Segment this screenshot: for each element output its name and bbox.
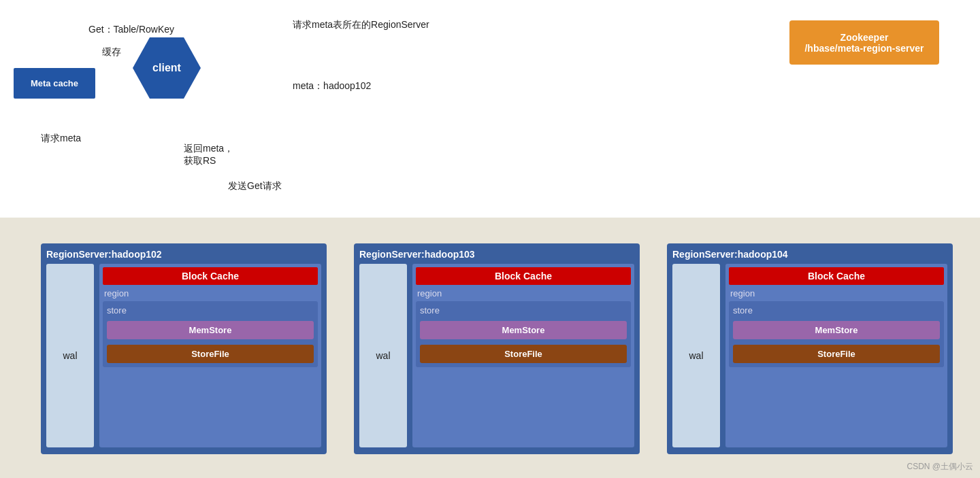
rs1-store-label: store — [107, 305, 314, 315]
rs2-block-cache: Block Cache — [416, 267, 631, 285]
rs1-inner: wal Block Cache region store MemStore St… — [46, 264, 321, 447]
diagram-container: Get：Table/RowKey 请求meta表所在的RegionServer … — [0, 0, 980, 478]
rs2-memstore: MemStore — [420, 321, 627, 339]
rs1-storefile: StoreFile — [107, 345, 314, 363]
meta-cache-box: Meta cache — [14, 68, 95, 99]
watermark: CSDN @土偶小云 — [906, 461, 973, 473]
rs1-title: RegionServer:hadoop102 — [46, 249, 321, 260]
top-area: Get：Table/RowKey 请求meta表所在的RegionServer … — [0, 0, 980, 224]
rs3-store-label: store — [733, 305, 940, 315]
request-meta-label: 请求meta表所在的RegionServer — [293, 19, 429, 31]
return-meta-label: 返回meta， — [184, 143, 233, 155]
rs2-region-label: region — [416, 288, 631, 298]
rs2-store-label: store — [420, 305, 627, 315]
rs3-wal: wal — [672, 264, 720, 447]
client-hex: client — [133, 37, 201, 99]
rs1-region-area: Block Cache region store MemStore StoreF… — [99, 264, 321, 447]
rs1-memstore: MemStore — [107, 321, 314, 339]
get-rs-label: 获取RS — [184, 155, 216, 167]
rs2-inner: wal Block Cache region store MemStore St… — [359, 264, 634, 447]
get-label: Get：Table/RowKey — [88, 24, 174, 36]
rs3-region-label: region — [729, 288, 944, 298]
request-meta2-label: 请求meta — [41, 133, 81, 145]
client-label: client — [152, 62, 181, 74]
zookeeper-label: Zookeeper/hbase/meta-region-server — [804, 32, 924, 54]
rs3-store-area: store MemStore StoreFile — [729, 301, 944, 367]
zookeeper-box: Zookeeper/hbase/meta-region-server — [789, 20, 939, 65]
cache-label: 缓存 — [102, 46, 121, 58]
meta-response-label: meta：hadoop102 — [293, 80, 371, 92]
rs1-store-area: store MemStore StoreFile — [103, 301, 318, 367]
meta-cache-label: Meta cache — [31, 78, 78, 88]
rs3-title: RegionServer:hadoop104 — [672, 249, 947, 260]
rs1-block-cache: Block Cache — [103, 267, 318, 285]
rs2-store-area: store MemStore StoreFile — [416, 301, 631, 367]
region-server-2: RegionServer:hadoop103 wal Block Cache r… — [354, 243, 640, 454]
rs2-region-area: Block Cache region store MemStore StoreF… — [412, 264, 634, 447]
rs2-wal: wal — [359, 264, 407, 447]
rs1-region-label: region — [103, 288, 318, 298]
send-get-label: 发送Get请求 — [228, 180, 282, 192]
client-shape: client — [133, 37, 201, 99]
rs1-wal: wal — [46, 264, 94, 447]
rs2-title: RegionServer:hadoop103 — [359, 249, 634, 260]
rs2-storefile: StoreFile — [420, 345, 627, 363]
rs3-region-area: Block Cache region store MemStore StoreF… — [725, 264, 947, 447]
rs3-memstore: MemStore — [733, 321, 940, 339]
rs3-block-cache: Block Cache — [729, 267, 944, 285]
region-server-1: RegionServer:hadoop102 wal Block Cache r… — [41, 243, 327, 454]
region-server-3: RegionServer:hadoop104 wal Block Cache r… — [667, 243, 953, 454]
rs3-storefile: StoreFile — [733, 345, 940, 363]
rs3-inner: wal Block Cache region store MemStore St… — [672, 264, 947, 447]
